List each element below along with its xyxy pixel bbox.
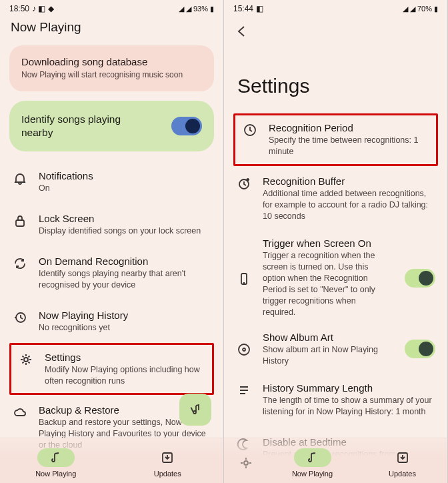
gear-icon: [239, 456, 253, 470]
svg-point-9: [243, 348, 245, 351]
nav-nowplaying[interactable]: Now Playing: [16, 448, 96, 478]
svg-rect-0: [16, 220, 24, 226]
download-icon: [161, 451, 174, 464]
clock: 18:50: [9, 4, 29, 13]
page-title: Now Playing: [0, 15, 223, 43]
refresh-icon: [13, 257, 27, 270]
svg-point-2: [24, 358, 28, 362]
identify-toggle-card[interactable]: Identify songs playing nearby: [9, 101, 214, 151]
notifications-row[interactable]: NotificationsOn: [3, 161, 221, 203]
settings-screen: 15:44◧ ◢ ◢ 70%▮ Settings Recognition Per…: [224, 0, 448, 483]
summary-length-row[interactable]: History Summary LengthThe length of time…: [227, 373, 445, 427]
now-playing-screen: 18:50♪ ◧ ◆ ◢ ◢ 93%▮ Now Playing Download…: [0, 0, 224, 483]
nav-updates[interactable]: Updates: [127, 448, 207, 478]
back-icon[interactable]: [235, 24, 249, 39]
download-banner: Downloading song database Now Playing wi…: [9, 45, 214, 91]
download-subtitle: Now Playing will start recognising music…: [21, 70, 202, 79]
recognition-period-highlight: Recognition PeriodSpecify the time betwe…: [233, 113, 438, 166]
bell-icon: [13, 171, 27, 185]
history-row[interactable]: Now Playing HistoryNo recognitions yet: [3, 300, 221, 343]
cloud-icon: [13, 406, 27, 419]
page-title: Settings: [224, 48, 447, 113]
recognition-buffer-row[interactable]: Recognition BufferAdditional time added …: [227, 166, 445, 231]
svg-point-10: [244, 461, 248, 465]
bottom-nav: Now Playing Updates: [224, 438, 447, 483]
timer-add-icon: [237, 177, 251, 190]
nav-nowplaying[interactable]: [229, 454, 263, 472]
music-waves-icon: [189, 403, 202, 416]
phone-icon: [237, 272, 251, 286]
svg-point-8: [239, 344, 249, 355]
bottom-nav: Now Playing Updates: [0, 438, 223, 483]
status-bar: 15:44◧ ◢ ◢ 70%▮: [224, 0, 447, 15]
list-icon: [237, 384, 251, 397]
nav-nowplaying-tab[interactable]: Now Playing: [273, 448, 353, 478]
battery-level: 93%: [193, 5, 208, 13]
ondemand-row[interactable]: On Demand RecognitionIdentify songs play…: [3, 246, 221, 300]
clock: 15:44: [233, 4, 253, 13]
status-bar: 18:50♪ ◧ ◆ ◢ ◢ 93%▮: [0, 0, 223, 15]
music-note-icon: [49, 451, 63, 464]
history-icon: [13, 311, 27, 324]
battery-level: 70%: [417, 5, 432, 13]
music-note-icon: [306, 451, 319, 464]
lock-icon: [13, 214, 27, 227]
recognize-fab[interactable]: [179, 394, 211, 426]
nav-updates-tab[interactable]: Updates: [363, 448, 443, 478]
lockscreen-row[interactable]: Lock ScreenDisplay identified songs on y…: [3, 203, 221, 246]
trigger-screen-switch[interactable]: [405, 269, 435, 288]
trigger-screen-row[interactable]: Trigger when Screen OnTrigger a recognit…: [227, 231, 445, 324]
clock-icon: [243, 123, 257, 137]
download-title: Downloading song database: [21, 56, 202, 67]
disc-icon: [237, 343, 251, 356]
settings-row[interactable]: SettingsModify Now Playing options inclu…: [11, 352, 209, 387]
recognition-period-row[interactable]: Recognition PeriodSpecify the time betwe…: [235, 122, 433, 157]
identify-toggle-label: Identify songs playing nearby: [21, 113, 141, 139]
album-art-switch[interactable]: [405, 340, 435, 358]
download-icon: [396, 451, 409, 464]
settings-highlight: SettingsModify Now Playing options inclu…: [9, 343, 214, 396]
album-art-row[interactable]: Show Album ArtShow album art in Now Play…: [227, 325, 445, 374]
identify-switch[interactable]: [171, 117, 202, 135]
gear-icon: [19, 353, 33, 366]
